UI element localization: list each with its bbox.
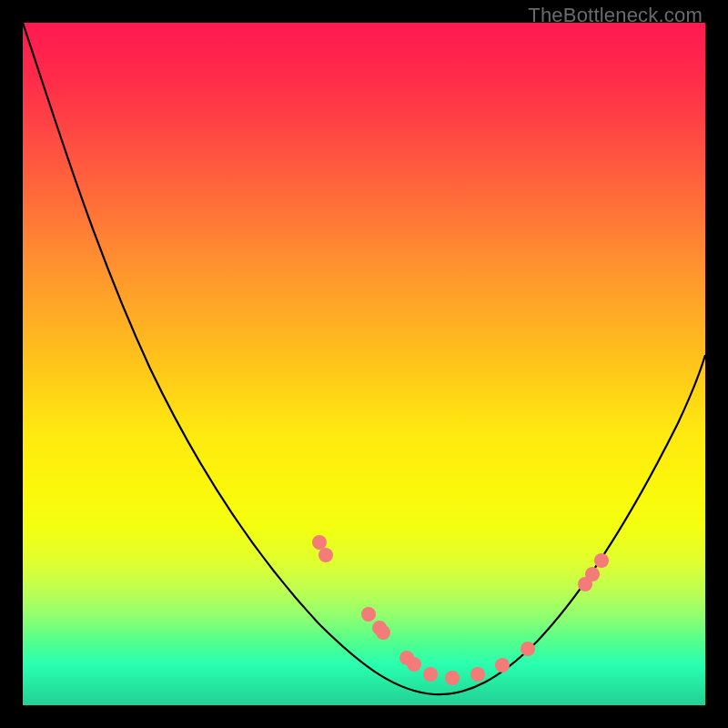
chart-container — [23, 23, 705, 705]
chart-background-gradient — [23, 23, 705, 705]
watermark-text: TheBottleneck.com — [528, 4, 703, 27]
